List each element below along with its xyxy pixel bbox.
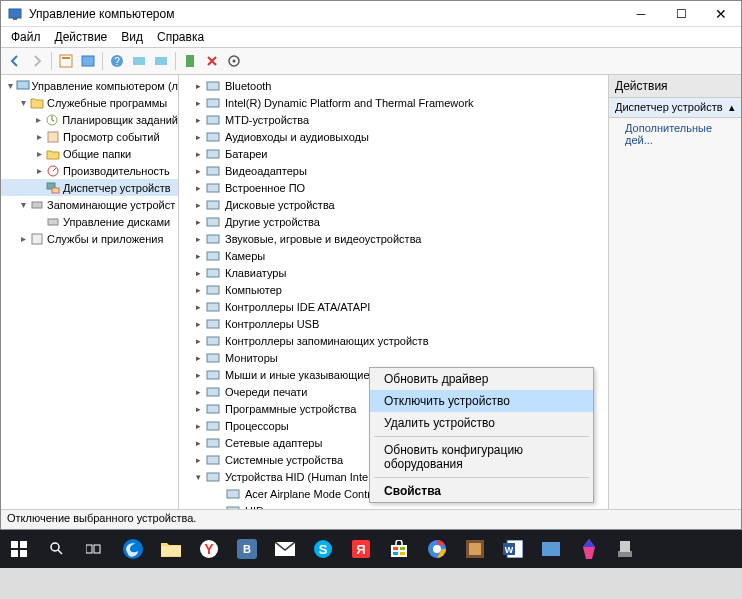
store-icon[interactable] [380,530,418,568]
forward-button[interactable] [27,51,47,71]
device-row[interactable]: ▸Компьютер [187,281,608,298]
tree-root[interactable]: ▾Управление компьютером (л [1,77,178,94]
edge-icon[interactable] [114,530,152,568]
close-button[interactable]: ✕ [701,1,741,26]
menu-view[interactable]: Вид [115,28,149,46]
expand-icon[interactable]: ▸ [191,132,205,142]
tree-task-scheduler[interactable]: ▸Планировщик заданий [1,111,178,128]
expand-icon[interactable]: ▸ [191,336,205,346]
expand-icon[interactable]: ▸ [191,234,205,244]
device-row[interactable]: ▸Батареи [187,145,608,162]
mail-icon[interactable] [266,530,304,568]
ctx-properties[interactable]: Свойства [370,480,593,502]
expand-icon[interactable]: ▸ [191,285,205,295]
tree-event-viewer[interactable]: ▸Просмотр событий [1,128,178,145]
toolbar-icon[interactable] [151,51,171,71]
maximize-button[interactable]: ☐ [661,1,701,26]
taskbar: Y B S Я W [0,530,742,568]
device-row[interactable]: ▸MTD-устройства [187,111,608,128]
search-icon[interactable] [38,530,76,568]
expand-icon[interactable]: ▸ [191,370,205,380]
device-row[interactable]: ▸Контроллеры запоминающих устройств [187,332,608,349]
chrome-icon[interactable] [418,530,456,568]
app-icon[interactable] [456,530,494,568]
device-row[interactable]: ▸Камеры [187,247,608,264]
toolbar-icon[interactable] [129,51,149,71]
svg-rect-46 [227,507,239,510]
device-row[interactable]: ▸Другие устройства [187,213,608,230]
device-row[interactable]: ▸Мониторы [187,349,608,366]
expand-icon[interactable]: ▸ [191,149,205,159]
tree-disk-mgmt[interactable]: Управление дисками [1,213,178,230]
device-row[interactable]: ▸Аудиовходы и аудиовыходы [187,128,608,145]
expand-icon[interactable]: ▸ [191,353,205,363]
expand-icon[interactable]: ▸ [191,200,205,210]
back-button[interactable] [5,51,25,71]
device-row[interactable]: ▸Встроенное ПО [187,179,608,196]
app-icon[interactable] [570,530,608,568]
expand-icon[interactable]: ▸ [191,98,205,108]
device-row[interactable]: ▸Дисковые устройства [187,196,608,213]
yandex-icon[interactable]: Y [190,530,228,568]
actions-group[interactable]: Диспетчер устройств▴ [609,98,741,118]
expand-icon[interactable]: ▸ [191,183,205,193]
ctx-remove-device[interactable]: Удалить устройство [370,412,593,434]
toolbar-icon[interactable] [78,51,98,71]
menu-file[interactable]: Файл [5,28,47,46]
device-row[interactable]: ▸Контроллеры IDE ATA/ATAPI [187,298,608,315]
tree-system-tools[interactable]: ▾Служебные программы [1,94,178,111]
svg-rect-59 [86,545,92,553]
ctx-update-driver[interactable]: Обновить драйвер [370,368,593,390]
actions-more[interactable]: Дополнительные дей... [609,118,741,150]
expand-icon[interactable]: ▸ [191,81,205,91]
explorer-icon[interactable] [152,530,190,568]
ctx-scan-hardware[interactable]: Обновить конфигурацию оборудования [370,439,593,475]
tree-shared-folders[interactable]: ▸Общие папки [1,145,178,162]
expand-icon[interactable]: ▸ [191,115,205,125]
toolbar-icon[interactable] [224,51,244,71]
expand-icon[interactable]: ▾ [191,472,205,482]
minimize-button[interactable]: ─ [621,1,661,26]
device-row[interactable]: HID-совместимая сенсорная панел [187,502,608,509]
vk-icon[interactable]: B [228,530,266,568]
expand-icon[interactable]: ▸ [191,319,205,329]
expand-icon[interactable]: ▸ [191,387,205,397]
word-icon[interactable]: W [494,530,532,568]
expand-icon[interactable]: ▸ [191,268,205,278]
device-icon [225,486,241,502]
tree-services[interactable]: ▸Службы и приложения [1,230,178,247]
expand-icon[interactable]: ▸ [191,404,205,414]
menu-action[interactable]: Действие [49,28,114,46]
tree-device-manager[interactable]: Диспетчер устройств [1,179,178,196]
expand-icon[interactable]: ▸ [191,166,205,176]
device-row[interactable]: ▸Видеоадаптеры [187,162,608,179]
menu-help[interactable]: Справка [151,28,210,46]
app-icon[interactable] [608,530,646,568]
device-row[interactable]: ▸Клавиатуры [187,264,608,281]
help-button[interactable]: ? [107,51,127,71]
expand-icon[interactable]: ▸ [191,421,205,431]
expand-icon[interactable]: ▸ [191,455,205,465]
expand-icon[interactable]: ▸ [191,438,205,448]
device-row[interactable]: ▸Контроллеры USB [187,315,608,332]
expand-icon[interactable]: ▸ [191,302,205,312]
expand-icon[interactable]: ▸ [191,251,205,261]
start-button[interactable] [0,530,38,568]
device-row[interactable]: ▸Звуковые, игровые и видеоустройства [187,230,608,247]
svg-rect-44 [207,473,219,481]
app-icon[interactable] [532,530,570,568]
device-row[interactable]: ▸Bluetooth [187,77,608,94]
svg-point-58 [51,543,59,551]
ctx-disable-device[interactable]: Отключить устройство [370,390,593,412]
svg-rect-33 [207,286,219,294]
skype-icon[interactable]: S [304,530,342,568]
toolbar-icon[interactable] [202,51,222,71]
expand-icon[interactable]: ▸ [191,217,205,227]
yandex-app-icon[interactable]: Я [342,530,380,568]
toolbar-icon[interactable] [56,51,76,71]
toolbar-icon[interactable] [180,51,200,71]
tree-performance[interactable]: ▸Производительность [1,162,178,179]
tree-storage[interactable]: ▾Запоминающие устройст [1,196,178,213]
device-row[interactable]: ▸Intel(R) Dynamic Platform and Thermal F… [187,94,608,111]
task-view-icon[interactable] [76,530,114,568]
